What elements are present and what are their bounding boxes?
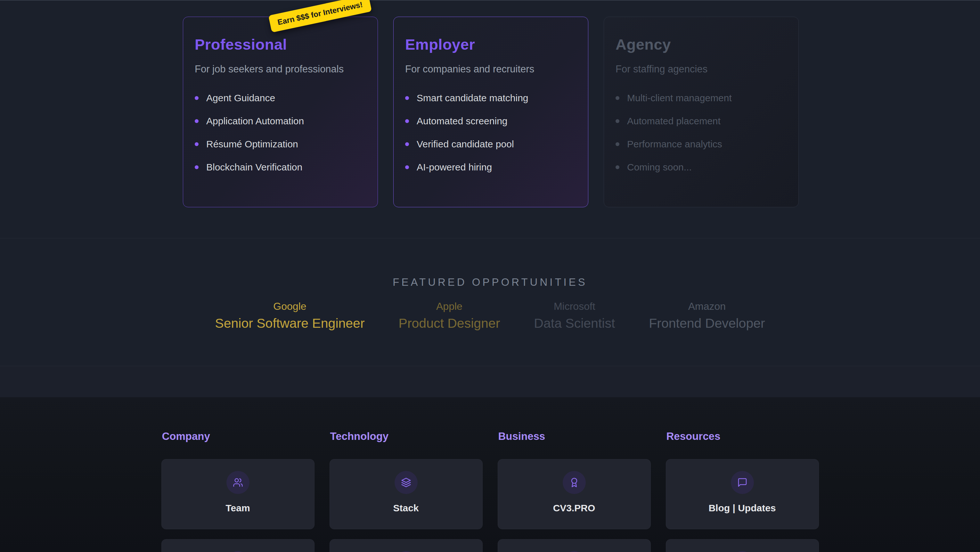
bullet-dot-icon bbox=[616, 165, 619, 169]
footer: Company Team Technology Stack bbox=[0, 397, 980, 552]
bullet-dot-icon bbox=[616, 119, 619, 123]
card-body: Employer For companies and recruiters Sm… bbox=[405, 35, 576, 174]
feature-label: Multi-client management bbox=[627, 93, 732, 104]
users-icon bbox=[226, 471, 250, 494]
footer-column-heading: Technology bbox=[330, 430, 483, 442]
feature-label: Coming soon... bbox=[627, 162, 692, 173]
tile-label: Stack bbox=[393, 503, 418, 514]
feature-item: Multi-client management bbox=[616, 92, 787, 104]
featured-jobs-carousel: Google Senior Software Engineer Apple Pr… bbox=[0, 300, 980, 331]
feature-label: Performance analytics bbox=[627, 139, 722, 150]
feature-list: Agent Guidance Application Automation Ré… bbox=[195, 92, 366, 174]
feature-label: Verified candidate pool bbox=[417, 139, 514, 150]
section-spacer bbox=[0, 366, 980, 397]
bullet-dot-icon bbox=[195, 142, 199, 146]
footer-tile-team[interactable]: Team bbox=[161, 459, 315, 529]
job-title: Product Designer bbox=[399, 315, 500, 331]
card-subtitle: For staffing agencies bbox=[616, 64, 787, 75]
feature-item: Résumé Optimization bbox=[195, 138, 366, 151]
footer-column-heading: Company bbox=[162, 430, 315, 442]
footer-tile-blog[interactable]: Blog | Updates bbox=[666, 459, 819, 529]
persona-cards-row: Earn $$$ for Interviews! Professional Fo… bbox=[183, 17, 799, 207]
tile-label: CV3.PRO bbox=[553, 503, 595, 514]
layers-icon bbox=[395, 471, 418, 494]
job-card-microsoft[interactable]: Microsoft Data Scientist bbox=[534, 300, 615, 331]
footer-tile-partial[interactable] bbox=[161, 539, 315, 552]
footer-tile-partial[interactable] bbox=[666, 539, 819, 552]
footer-column-technology: Technology Stack bbox=[329, 430, 483, 552]
bullet-dot-icon bbox=[195, 96, 199, 100]
feature-item: Verified candidate pool bbox=[405, 138, 576, 151]
job-company: Apple bbox=[399, 300, 500, 313]
bullet-dot-icon bbox=[405, 119, 409, 123]
feature-label: Agent Guidance bbox=[206, 93, 275, 104]
footer-column-company: Company Team bbox=[161, 430, 315, 552]
feature-item: Coming soon... bbox=[616, 161, 787, 174]
feature-label: AI-powered hiring bbox=[417, 162, 492, 173]
bullet-dot-icon bbox=[405, 165, 409, 169]
footer-column-heading: Resources bbox=[667, 430, 819, 442]
featured-heading: FEATURED OPPORTUNITIES bbox=[0, 276, 980, 288]
card-subtitle: For companies and recruiters bbox=[405, 64, 576, 75]
feature-list: Smart candidate matching Automated scree… bbox=[405, 92, 576, 174]
feature-item: Performance analytics bbox=[616, 138, 787, 151]
bullet-dot-icon bbox=[195, 165, 199, 169]
bullet-dot-icon bbox=[616, 142, 619, 146]
featured-opportunities-section: FEATURED OPPORTUNITIES Google Senior Sof… bbox=[0, 238, 980, 366]
feature-label: Blockchain Verification bbox=[206, 162, 302, 173]
feature-label: Résumé Optimization bbox=[206, 139, 298, 150]
job-card-amazon[interactable]: Amazon Frontend Developer bbox=[649, 300, 765, 331]
personas-section: Earn $$$ for Interviews! Professional Fo… bbox=[0, 1, 980, 238]
footer-column-business: Business CV3.PRO bbox=[498, 430, 651, 552]
job-company: Amazon bbox=[649, 300, 765, 313]
card-title-professional: Professional bbox=[195, 35, 366, 53]
card-body: Professional For job seekers and profess… bbox=[195, 35, 366, 174]
footer-tile-stack[interactable]: Stack bbox=[329, 459, 483, 529]
feature-item: Agent Guidance bbox=[195, 92, 366, 104]
job-title: Frontend Developer bbox=[649, 315, 765, 331]
bullet-dot-icon bbox=[405, 142, 409, 146]
professional-card[interactable]: Earn $$$ for Interviews! Professional Fo… bbox=[183, 17, 378, 207]
feature-item: AI-powered hiring bbox=[405, 161, 576, 174]
job-company: Google bbox=[215, 300, 364, 313]
job-card-google[interactable]: Google Senior Software Engineer bbox=[215, 300, 364, 331]
bullet-dot-icon bbox=[405, 96, 409, 100]
card-body: Agency For staffing agencies Multi-clien… bbox=[616, 35, 787, 174]
chat-bubble-icon bbox=[731, 471, 754, 494]
job-title: Senior Software Engineer bbox=[215, 315, 364, 331]
feature-item: Application Automation bbox=[195, 115, 366, 128]
card-subtitle: For job seekers and professionals bbox=[195, 64, 366, 75]
landing-page: Earn $$$ for Interviews! Professional Fo… bbox=[0, 0, 980, 552]
award-icon bbox=[563, 471, 586, 494]
earn-for-interviews-badge: Earn $$$ for Interviews! bbox=[268, 0, 372, 33]
footer-column-resources: Resources Blog | Updates bbox=[666, 430, 819, 552]
feature-item: Automated screening bbox=[405, 115, 576, 128]
job-card-apple[interactable]: Apple Product Designer bbox=[399, 300, 500, 331]
agency-card-disabled: Agency For staffing agencies Multi-clien… bbox=[604, 17, 799, 207]
footer-tile-partial[interactable] bbox=[329, 539, 483, 552]
tile-label: Blog | Updates bbox=[708, 503, 776, 514]
job-title: Data Scientist bbox=[534, 315, 615, 331]
card-title-employer: Employer bbox=[405, 35, 576, 53]
employer-card[interactable]: Employer For companies and recruiters Sm… bbox=[393, 17, 588, 207]
feature-label: Automated placement bbox=[627, 116, 721, 126]
footer-tile-partial[interactable] bbox=[498, 539, 651, 552]
footer-tile-cv3pro[interactable]: CV3.PRO bbox=[498, 459, 651, 529]
job-company: Microsoft bbox=[534, 300, 615, 313]
bullet-dot-icon bbox=[195, 119, 199, 123]
feature-list: Multi-client management Automated placem… bbox=[616, 92, 787, 174]
footer-grid: Company Team Technology Stack bbox=[161, 430, 819, 552]
feature-label: Automated screening bbox=[417, 116, 508, 126]
tile-label: Team bbox=[226, 503, 250, 514]
feature-label: Application Automation bbox=[206, 116, 304, 126]
feature-item: Automated placement bbox=[616, 115, 787, 128]
footer-column-heading: Business bbox=[498, 430, 651, 442]
feature-item: Smart candidate matching bbox=[405, 92, 576, 104]
bullet-dot-icon bbox=[616, 96, 619, 100]
feature-item: Blockchain Verification bbox=[195, 161, 366, 174]
feature-label: Smart candidate matching bbox=[417, 93, 528, 104]
card-title-agency: Agency bbox=[616, 35, 787, 53]
